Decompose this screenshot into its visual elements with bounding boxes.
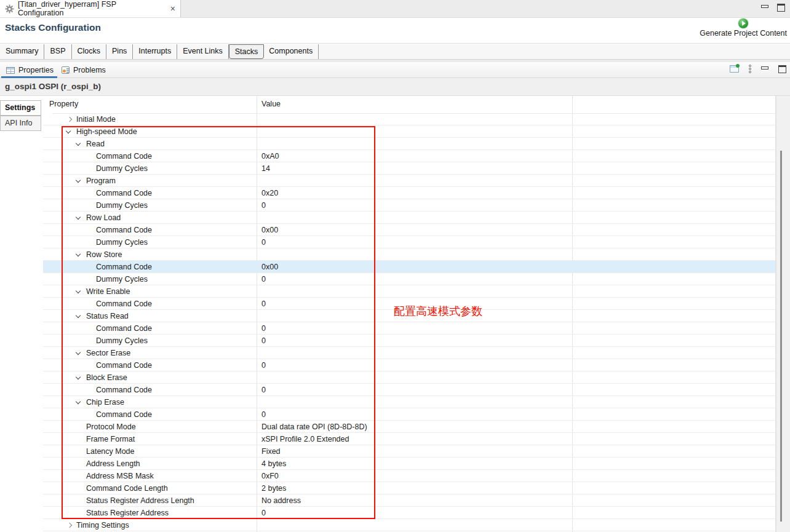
table-row[interactable]: Command Code0x00	[43, 224, 775, 236]
chevron-down-icon[interactable]	[76, 400, 86, 405]
chevron-down-icon[interactable]	[66, 129, 76, 134]
view-toolbar-icons	[730, 65, 786, 73]
table-row[interactable]: Command Code0	[43, 408, 775, 421]
table-row[interactable]: Command Code Length2 bytes	[43, 482, 775, 494]
chevron-right-icon[interactable]	[66, 117, 76, 121]
property-table-rows: Initial ModeHigh-speed ModeReadCommand C…	[43, 113, 775, 531]
table-row[interactable]: High-speed Mode	[43, 125, 775, 138]
table-row[interactable]: Row Store	[43, 248, 775, 261]
tab-components[interactable]: Components	[263, 44, 319, 59]
table-row[interactable]: Frame FormatxSPI Profile 2.0 Extended	[43, 433, 775, 445]
property-value: 0	[261, 201, 266, 210]
tab-event-links[interactable]: Event Links	[177, 44, 229, 59]
table-row[interactable]: Address Length4 bytes	[43, 458, 775, 470]
property-value: 0xA0	[261, 152, 279, 161]
property-name: Write Enable	[86, 287, 130, 296]
editor-tab-bar: [Titan_driver_hyperram] FSP Configuratio…	[0, 0, 790, 18]
property-name: Command Code	[96, 152, 152, 161]
table-row[interactable]: Dummy Cycles14	[43, 162, 775, 175]
table-row[interactable]: Read	[43, 138, 775, 150]
tab-problems[interactable]: Problems	[55, 62, 112, 78]
chevron-right-icon[interactable]	[66, 523, 76, 527]
minimize-view-icon[interactable]	[761, 66, 768, 69]
chevron-down-icon[interactable]	[76, 252, 86, 257]
table-row[interactable]: Dummy Cycles0	[43, 236, 775, 248]
problems-icon	[62, 66, 70, 74]
maximize-view-icon[interactable]	[778, 65, 786, 73]
generate-project-content-label: Generate Project Content	[700, 29, 787, 38]
property-name: Protocol Mode	[86, 423, 136, 431]
property-name: Command Code	[96, 226, 152, 234]
table-row[interactable]: Row Load	[43, 212, 775, 224]
side-tab-settings[interactable]: Settings	[0, 100, 41, 116]
pin-editor-icon[interactable]	[730, 65, 739, 73]
chevron-down-icon[interactable]	[76, 141, 86, 146]
annotation-text: 配置高速模式参数	[394, 304, 482, 319]
vertical-scrollbar[interactable]	[776, 96, 790, 532]
property-value: 0xF0	[261, 472, 279, 480]
property-value: 0	[261, 509, 266, 517]
view-menu-icon[interactable]	[749, 65, 751, 73]
tab-pins[interactable]: Pins	[106, 44, 133, 59]
property-value: Fixed	[261, 447, 281, 456]
table-row[interactable]: Status Register Address0	[43, 507, 775, 519]
table-row[interactable]: Command Code0x00	[43, 261, 775, 273]
property-value: 4 bytes	[261, 459, 286, 468]
tab-properties[interactable]: Properties	[0, 62, 60, 78]
table-row[interactable]: Chip Erase	[43, 396, 775, 408]
table-row[interactable]: Command Code0	[43, 384, 775, 396]
property-value: 0x00	[261, 263, 278, 271]
column-header-value: Value	[261, 100, 281, 108]
table-row[interactable]: Command Code0	[43, 359, 775, 371]
chevron-down-icon[interactable]	[76, 351, 86, 355]
table-row[interactable]: Block Erase	[43, 371, 775, 384]
configuration-tab-bar: Summary BSP Clocks Pins Interrupts Event…	[0, 44, 790, 59]
chevron-down-icon[interactable]	[76, 215, 86, 220]
tab-clocks[interactable]: Clocks	[72, 44, 107, 59]
close-icon[interactable]: ×	[170, 4, 175, 13]
property-value: 0	[261, 275, 266, 284]
table-row[interactable]: Command Code0xA0	[43, 150, 775, 162]
property-value: 0x00	[261, 226, 278, 234]
table-row[interactable]: Status Register Address LengthNo address	[43, 494, 775, 507]
maximize-icon[interactable]	[777, 4, 785, 12]
property-name: Command Code	[96, 324, 152, 333]
property-name: Row Store	[86, 250, 122, 259]
table-row[interactable]: Timing Settings	[43, 519, 775, 531]
table-row[interactable]: Command Code0	[43, 322, 775, 335]
table-row[interactable]: Latency ModeFixed	[43, 445, 775, 458]
table-row[interactable]: Dummy Cycles0	[43, 273, 775, 285]
property-name: Latency Mode	[86, 447, 135, 456]
property-name: Command Code	[96, 263, 152, 271]
property-name: Command Code	[96, 300, 152, 308]
scrollbar-thumb[interactable]	[780, 151, 782, 522]
table-row[interactable]: Protocol ModeDual data rate OPI (8D-8D-8…	[43, 421, 775, 433]
property-name: Command Code	[96, 189, 152, 197]
property-value: 0x20	[261, 189, 278, 197]
generate-project-content-button[interactable]: Generate Project Content	[698, 18, 788, 38]
chevron-down-icon[interactable]	[76, 375, 86, 380]
property-value: 0	[261, 361, 266, 370]
chevron-down-icon[interactable]	[76, 314, 86, 319]
table-row[interactable]: Program	[43, 175, 775, 187]
tab-interrupts[interactable]: Interrupts	[133, 44, 177, 59]
chevron-down-icon[interactable]	[76, 289, 86, 294]
editor-tab-fsp-configuration[interactable]: [Titan_driver_hyperram] FSP Configuratio…	[0, 0, 181, 17]
table-row[interactable]: Write Enable	[43, 285, 775, 298]
property-value: No address	[261, 496, 301, 505]
properties-tab-label: Properties	[18, 66, 54, 74]
table-row[interactable]: Sector Erase	[43, 347, 775, 359]
tab-bsp[interactable]: BSP	[44, 44, 71, 59]
table-row[interactable]: Initial Mode	[43, 113, 775, 125]
gear-icon	[5, 4, 14, 14]
tab-summary[interactable]: Summary	[0, 44, 44, 59]
side-tab-api-info[interactable]: API Info	[0, 116, 41, 131]
chevron-down-icon[interactable]	[76, 178, 86, 183]
table-row[interactable]: Dummy Cycles0	[43, 335, 775, 347]
page-title: Stacks Configuration	[5, 22, 101, 33]
table-row[interactable]: Address MSB Mask0xF0	[43, 470, 775, 482]
table-row[interactable]: Command Code0x20	[43, 187, 775, 199]
minimize-icon[interactable]	[761, 5, 768, 8]
tab-stacks[interactable]: Stacks	[229, 44, 265, 59]
table-row[interactable]: Dummy Cycles0	[43, 199, 775, 212]
